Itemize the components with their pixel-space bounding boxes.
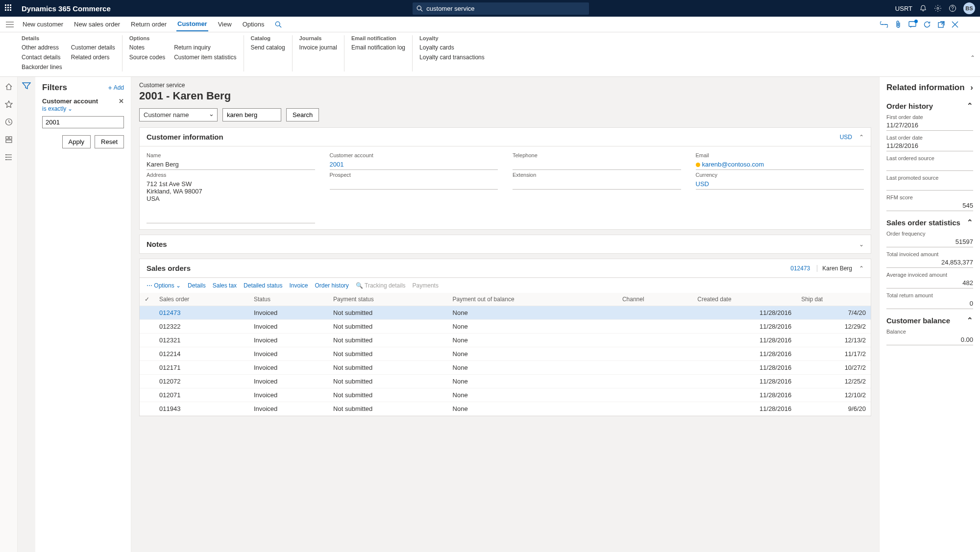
current-customer-name: Karen Berg: [817, 265, 852, 272]
ribbon-item[interactable]: Email notification log: [351, 43, 405, 52]
ribbon-item[interactable]: Customer details: [71, 43, 115, 52]
help-icon[interactable]: [949, 4, 956, 12]
ribbon-item[interactable]: Backorder lines: [22, 63, 62, 72]
ribbon-item[interactable]: Contact details: [22, 53, 62, 62]
refresh-icon[interactable]: [923, 21, 931, 28]
total-return-value: 0: [886, 298, 973, 309]
home-icon[interactable]: [5, 83, 13, 91]
options-menu[interactable]: ⋯ Options ⌄: [147, 282, 181, 289]
column-header[interactable]: Status: [249, 293, 328, 306]
svg-point-20: [5, 155, 6, 155]
column-header[interactable]: Payment out of balance: [448, 293, 617, 306]
column-header[interactable]: Ship dat: [796, 293, 871, 306]
ribbon-item[interactable]: Loyalty cards: [419, 43, 485, 52]
table-row[interactable]: 012473InvoicedNot submittedNone11/28/201…: [140, 306, 871, 320]
select-all-header[interactable]: ✓: [140, 293, 154, 306]
add-filter-button[interactable]: +Add: [108, 84, 124, 92]
search-by-select[interactable]: Customer name: [139, 108, 218, 121]
table-row[interactable]: 012322InvoicedNot submittedNone11/28/201…: [140, 320, 871, 334]
ribbon-item[interactable]: Source codes: [129, 53, 165, 62]
recent-icon[interactable]: [5, 118, 13, 126]
star-icon[interactable]: [5, 100, 13, 108]
ribbon-item[interactable]: Invoice journal: [299, 43, 337, 52]
filter-value-input[interactable]: [42, 116, 124, 128]
reset-button[interactable]: Reset: [95, 135, 124, 148]
cmd-customer[interactable]: Customer: [176, 17, 208, 31]
filter-operator[interactable]: is exactly⌄: [42, 105, 73, 112]
messages-icon[interactable]: [908, 21, 916, 28]
filters-pane: Filters +Add Customer account ✕ is exact…: [35, 77, 131, 552]
currency-value[interactable]: USD: [696, 179, 864, 190]
apply-button[interactable]: Apply: [62, 135, 91, 148]
order-history-link[interactable]: Order history: [315, 282, 349, 289]
ribbon-item[interactable]: Send catalog: [251, 43, 285, 52]
table-row[interactable]: 011943InvoicedNot submittedNone11/28/201…: [140, 402, 871, 416]
current-order-id[interactable]: 012473: [790, 265, 810, 272]
close-icon[interactable]: [952, 21, 958, 28]
search-button[interactable]: Search: [286, 108, 319, 121]
company-code[interactable]: USRT: [895, 5, 912, 12]
link-icon[interactable]: [880, 22, 888, 27]
ribbon-item[interactable]: Return inquiry: [174, 43, 236, 52]
notes-title: Notes: [147, 240, 167, 248]
popout-icon[interactable]: [938, 21, 945, 28]
column-header[interactable]: Sales order: [154, 293, 249, 306]
cmd-return-order[interactable]: Return order: [130, 18, 168, 31]
modules-icon[interactable]: [5, 153, 13, 161]
collapse-icon[interactable]: ⌃: [859, 265, 864, 272]
collapse-icon[interactable]: ⌃: [967, 316, 973, 325]
cmd-new-customer[interactable]: New customer: [22, 18, 64, 31]
expand-icon[interactable]: ⌄: [859, 241, 864, 248]
sales-order-link[interactable]: 012473: [154, 306, 249, 320]
sales-tax-link[interactable]: Sales tax: [213, 282, 237, 289]
sales-orders-title: Sales orders: [147, 264, 191, 272]
ribbon-group-title: Loyalty: [419, 35, 485, 41]
column-header[interactable]: Payment status: [328, 293, 447, 306]
table-row[interactable]: 012071InvoicedNot submittedNone11/28/201…: [140, 388, 871, 402]
customer-account-value[interactable]: 2001: [330, 159, 498, 170]
cmd-options[interactable]: Options: [242, 18, 266, 31]
collapse-icon[interactable]: ⌃: [859, 134, 864, 141]
currency-indicator[interactable]: USD: [840, 134, 852, 141]
ribbon-collapse-icon[interactable]: ⌃: [970, 54, 975, 61]
address-value: 712 1st Ave SWKirkland, WA 98007USA: [147, 179, 315, 204]
table-row[interactable]: 012171InvoicedNot submittedNone11/28/201…: [140, 361, 871, 375]
ribbon-item[interactable]: Notes: [129, 43, 165, 52]
column-header[interactable]: Created date: [692, 293, 796, 306]
notifications-icon[interactable]: [919, 4, 927, 12]
app-launcher-icon[interactable]: [5, 4, 13, 12]
cmd-view[interactable]: View: [217, 18, 233, 31]
hamburger-icon[interactable]: [6, 22, 14, 27]
action-search-icon[interactable]: [274, 18, 283, 31]
svg-rect-9: [909, 22, 916, 26]
chevron-right-icon[interactable]: ›: [970, 83, 973, 93]
ribbon-item[interactable]: Customer item statistics: [174, 53, 236, 62]
collapse-icon[interactable]: ⌃: [967, 101, 973, 110]
ribbon-group-title: Journals: [299, 35, 337, 41]
settings-icon[interactable]: [934, 4, 942, 12]
table-row[interactable]: 012321InvoicedNot submittedNone11/28/201…: [140, 334, 871, 347]
ribbon-group-title: Details: [22, 35, 115, 41]
filter-pane-toggle[interactable]: [18, 77, 35, 552]
user-avatar[interactable]: BS: [963, 2, 975, 14]
workspace-icon[interactable]: [5, 136, 13, 144]
remove-filter-icon[interactable]: ✕: [119, 97, 124, 105]
ribbon-item[interactable]: Loyalty card transactions: [419, 53, 485, 62]
details-link[interactable]: Details: [188, 282, 206, 289]
invoice-link[interactable]: Invoice: [289, 282, 308, 289]
column-header[interactable]: Channel: [617, 293, 692, 306]
collapse-icon[interactable]: ⌃: [967, 218, 973, 227]
breadcrumb: Customer service: [139, 82, 871, 89]
table-row[interactable]: 012214InvoicedNot submittedNone11/28/201…: [140, 347, 871, 361]
email-value[interactable]: karenb@contoso.com: [696, 159, 864, 170]
ribbon-item[interactable]: Related orders: [71, 53, 115, 62]
customer-search-input[interactable]: [222, 108, 281, 121]
attach-icon[interactable]: [895, 21, 902, 28]
cmd-new-sales-order[interactable]: New sales order: [73, 18, 121, 31]
ribbon-item[interactable]: Other address: [22, 43, 62, 52]
last-ordered-src-value: [886, 161, 973, 171]
global-search-input[interactable]: [413, 2, 589, 15]
detailed-status-link[interactable]: Detailed status: [244, 282, 282, 289]
svg-line-1: [421, 9, 423, 11]
table-row[interactable]: 012072InvoicedNot submittedNone11/28/201…: [140, 375, 871, 388]
